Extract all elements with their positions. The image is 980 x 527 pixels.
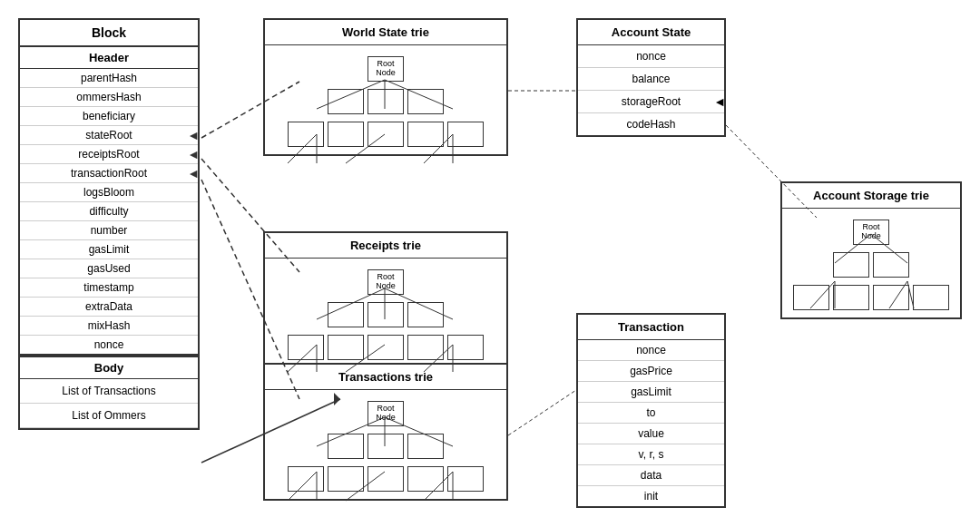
rc-l2-n1 [288, 335, 324, 360]
ws-l1-n2 [368, 89, 404, 114]
ws-l1-n3 [407, 89, 444, 114]
block-title: Block [20, 20, 198, 47]
tx-l1-n3 [407, 434, 444, 459]
tx-init: init [578, 486, 724, 506]
ws-l2-n2 [328, 122, 364, 147]
receipts-trie-title: Receipts trie [265, 233, 506, 259]
ast-l2-n2 [833, 285, 869, 310]
ast-l2-n3 [873, 285, 909, 310]
world-state-trie-title: World State trie [265, 20, 506, 45]
field-number: number [20, 221, 198, 240]
tx-l2-n1 [288, 466, 324, 492]
field-gasUsed: gasUsed [20, 259, 198, 278]
field-extraData: extraData [20, 298, 198, 317]
rc-l2-n2 [328, 335, 364, 360]
field-stateRoot: stateRoot ◄ [20, 126, 198, 145]
field-nonce: nonce [20, 336, 198, 354]
tx-l1-n2 [368, 434, 404, 459]
field-logsBloom: logsBloom [20, 183, 198, 202]
world-state-trie-content: RootNode [265, 45, 506, 154]
ast-l1-n1 [833, 252, 869, 278]
tx-gasLimit: gasLimit [578, 382, 724, 403]
field-beneficiary: beneficiary [20, 107, 198, 126]
ast-root-node: RootNode [853, 220, 889, 245]
account-state-panel: Account State nonce balance storageRoot … [576, 18, 726, 137]
world-state-trie: World State trie RootNode [263, 18, 508, 156]
account-codeHash: codeHash [578, 113, 724, 135]
header-title: Header [20, 47, 198, 69]
tx-l2-n5 [447, 466, 484, 492]
tx-vrs: v, r, s [578, 444, 724, 465]
rc-l1-n2 [368, 302, 404, 327]
field-transactionRoot: transactionRoot ◄ [20, 164, 198, 183]
receipts-trie: Receipts trie RootNode [263, 231, 508, 369]
field-receiptsRoot: receiptsRoot ◄ [20, 145, 198, 164]
transaction-panel: Transaction nonce gasPrice gasLimit to v… [576, 313, 726, 508]
field-difficulty: difficulty [20, 202, 198, 221]
field-gasLimit: gasLimit [20, 240, 198, 259]
ast-l1-n2 [873, 252, 909, 278]
tx-root-node: RootNode [368, 401, 404, 426]
tx-to: to [578, 403, 724, 424]
body-title: Body [20, 356, 198, 379]
account-storage-trie-content: RootNode [782, 209, 960, 317]
ws-l2-n4 [407, 122, 444, 147]
body-section: Body List of Transactions List of Ommers [20, 356, 198, 428]
ws-l2-n1 [288, 122, 324, 147]
storageRoot-arrow-icon: ◄ [713, 94, 726, 109]
tx-l2-n4 [407, 466, 444, 492]
account-nonce: nonce [578, 45, 724, 68]
tx-nonce: nonce [578, 340, 724, 361]
receiptsRoot-arrow: ◄ [187, 147, 200, 161]
account-storage-trie: Account Storage trie RootNode [780, 181, 962, 319]
transaction-title: Transaction [578, 315, 724, 340]
rc-l1-n1 [328, 302, 364, 327]
rc-root-node: RootNode [368, 269, 404, 295]
svg-line-7 [508, 390, 576, 435]
ws-l2-n3 [368, 122, 404, 147]
rc-l2-n3 [368, 335, 404, 360]
field-parentHash: parentHash [20, 69, 198, 88]
tx-gasPrice: gasPrice [578, 361, 724, 382]
stateRoot-arrow: ◄ [187, 128, 200, 142]
ast-l2-n1 [793, 285, 829, 310]
account-balance: balance [578, 68, 724, 91]
tx-data: data [578, 465, 724, 486]
field-mixHash: mixHash [20, 317, 198, 336]
rc-l2-n4 [407, 335, 444, 360]
account-storage-trie-title: Account Storage trie [782, 183, 960, 209]
ws-root-node: RootNode [368, 56, 404, 82]
diagram-container: Block Header parentHash ommersHash benef… [0, 0, 980, 527]
rc-l2-n5 [447, 335, 484, 360]
field-ommersHash: ommersHash [20, 88, 198, 107]
transactionRoot-arrow: ◄ [187, 166, 200, 181]
account-storageRoot: storageRoot ◄ [578, 91, 724, 113]
ws-l2-n5 [447, 122, 484, 147]
transactions-trie-content: RootNode [265, 390, 506, 499]
tx-l2-n3 [368, 466, 404, 492]
block-panel: Block Header parentHash ommersHash benef… [18, 18, 200, 430]
tx-l1-n1 [328, 434, 364, 459]
ws-l1-n1 [328, 89, 364, 114]
header-section: Header parentHash ommersHash beneficiary… [20, 47, 198, 356]
tx-value: value [578, 424, 724, 444]
transactions-trie-title: Transactions trie [265, 365, 506, 390]
transactions-trie: Transactions trie RootNode [263, 363, 508, 501]
field-listTransactions: List of Transactions [20, 379, 198, 404]
receipts-trie-content: RootNode [265, 259, 506, 367]
account-state-title: Account State [578, 20, 724, 45]
ast-l2-n4 [913, 285, 949, 310]
tx-l2-n2 [328, 466, 364, 492]
rc-l1-n3 [407, 302, 444, 327]
field-listOmmers: List of Ommers [20, 404, 198, 428]
field-timestamp: timestamp [20, 278, 198, 298]
